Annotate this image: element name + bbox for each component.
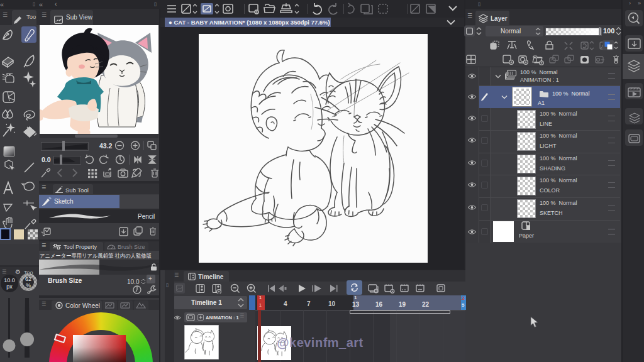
- svg-text:%: %: [26, 282, 31, 288]
- svg-text:10.0: 10.0: [4, 277, 15, 283]
- svg-text:px: px: [6, 283, 13, 290]
- svg-text:62: 62: [25, 276, 31, 282]
